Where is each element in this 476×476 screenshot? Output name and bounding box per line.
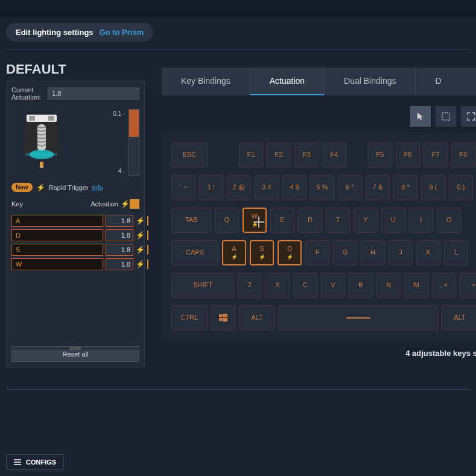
tab-d[interactable]: D — [415, 68, 460, 95]
key-t[interactable]: T — [326, 208, 350, 233]
key-[interactable]: . > — [460, 273, 476, 298]
key-actuation-input[interactable] — [106, 258, 133, 270]
key-name-input[interactable] — [11, 258, 103, 270]
key-v[interactable]: V — [321, 273, 345, 298]
svg-rect-7 — [442, 113, 449, 120]
current-actuation-input[interactable] — [48, 87, 139, 100]
key-j[interactable]: J — [389, 240, 413, 265]
key-space[interactable] — [279, 305, 438, 331]
key-1[interactable]: 1 ! — [199, 175, 223, 200]
key-actuation-row: ⚡ — [11, 258, 139, 270]
key-b[interactable]: B — [349, 273, 373, 298]
selection-status: 4 adjustable keys se — [162, 340, 476, 358]
key-4[interactable]: 4 $ — [282, 175, 306, 200]
app-titlebar — [0, 0, 476, 17]
key-r[interactable]: R — [298, 208, 322, 233]
color-swatch[interactable] — [147, 216, 148, 226]
marquee-tool-button[interactable] — [436, 106, 456, 127]
key-u[interactable]: U — [381, 208, 405, 233]
configs-button[interactable]: CONFIGS — [6, 454, 64, 470]
key-f7[interactable]: F7 — [424, 142, 448, 168]
key-header: Key — [11, 200, 78, 208]
rapid-trigger-label: Rapid Trigger — [49, 184, 89, 191]
key-caps[interactable]: CAPS — [171, 240, 218, 265]
tab-key-bindings[interactable]: Key Bindings — [162, 68, 250, 95]
lighting-label: Edit lighting settings — [16, 28, 94, 37]
key-alt[interactable]: ALT — [239, 305, 275, 331]
key-3[interactable]: 3 # — [255, 175, 279, 200]
key-e[interactable]: E — [270, 208, 294, 233]
key-h[interactable]: H — [361, 240, 385, 265]
key-actuation-input[interactable] — [106, 215, 133, 227]
color-swatch[interactable] — [147, 259, 148, 269]
bolt-icon: ⚡ — [136, 231, 145, 240]
color-swatch[interactable] — [147, 230, 148, 240]
key-[interactable]: ` ~ — [171, 175, 195, 200]
svg-rect-6 — [40, 162, 43, 168]
key-f6[interactable]: F6 — [396, 142, 420, 168]
key-s[interactable]: S⚡ — [250, 240, 274, 265]
tab-actuation[interactable]: Actuation — [250, 68, 324, 95]
key-2[interactable]: 2 @ — [227, 175, 251, 200]
key-l[interactable]: L — [444, 240, 468, 265]
color-swatch[interactable] — [147, 245, 148, 255]
key-esc[interactable]: ESC — [171, 142, 208, 168]
key-n[interactable]: N — [376, 273, 401, 298]
key-q[interactable]: Q — [215, 208, 239, 233]
rapid-trigger-info-link[interactable]: Info — [92, 184, 103, 191]
key-m[interactable]: M — [404, 273, 428, 298]
key-d[interactable]: D⚡ — [278, 240, 302, 265]
key-7[interactable]: 7 & — [366, 175, 390, 200]
key-k[interactable]: K — [416, 240, 440, 265]
key-w[interactable]: W⚡ — [243, 208, 267, 233]
keyboard-view: ESCF1F2F3F4F5F6F7F8` ~1 !2 @3 #4 $5 %6 ^… — [162, 133, 476, 340]
key-name-input[interactable] — [11, 215, 103, 227]
svg-rect-2 — [48, 116, 54, 121]
key-name-input[interactable] — [11, 229, 103, 241]
horizontal-scrollbar[interactable] — [11, 347, 139, 350]
key-actuation-row: ⚡ — [11, 244, 139, 256]
key-f2[interactable]: F2 — [267, 142, 291, 168]
main-panel: Key BindingsActuationDual BindingsD ESCF… — [162, 68, 476, 367]
key-x[interactable]: X — [265, 273, 290, 298]
tab-dual-bindings[interactable]: Dual Bindings — [324, 68, 415, 95]
key-shift[interactable]: SHIFT — [171, 273, 234, 298]
key-win[interactable] — [211, 305, 235, 331]
key-ctrl[interactable]: CTRL — [171, 305, 208, 331]
actuation-gauge[interactable] — [129, 109, 139, 176]
key-g[interactable]: G — [333, 240, 357, 265]
cursor-tool-button[interactable] — [410, 106, 431, 127]
switch-illustration — [11, 109, 72, 176]
key-0[interactable]: 0 ) — [449, 175, 473, 200]
key-f4[interactable]: F4 — [322, 142, 346, 168]
key-actuation-input[interactable] — [106, 229, 133, 241]
key-f5[interactable]: F5 — [368, 142, 392, 168]
select-all-button[interactable] — [461, 106, 476, 127]
key-o[interactable]: O — [437, 208, 461, 233]
color-swatch[interactable] — [130, 199, 139, 209]
key-tab[interactable]: TAB — [171, 208, 211, 233]
key-f[interactable]: F — [305, 240, 329, 265]
key-c[interactable]: C — [293, 273, 317, 298]
key-y[interactable]: Y — [354, 208, 378, 233]
key-9[interactable]: 9 ( — [421, 175, 445, 200]
key-z[interactable]: Z — [238, 273, 262, 298]
key-f3[interactable]: F3 — [294, 142, 319, 168]
key-8[interactable]: 8 * — [393, 175, 417, 200]
key-i[interactable]: I — [409, 208, 433, 233]
key-6[interactable]: 6 ^ — [338, 175, 362, 200]
key-actuation-input[interactable] — [106, 244, 133, 256]
key-actuation-row: ⚡ — [11, 215, 139, 227]
go-to-prism-link[interactable]: Go to Prism — [100, 28, 144, 37]
key-f8[interactable]: F8 — [451, 142, 475, 168]
tab-bar: Key BindingsActuationDual BindingsD — [162, 68, 476, 95]
selection-toolbar — [162, 95, 476, 133]
key-alt[interactable]: ALT — [442, 305, 476, 331]
key-5[interactable]: 5 % — [310, 175, 334, 200]
key-f1[interactable]: F1 — [239, 142, 263, 168]
svg-rect-9 — [223, 314, 227, 317]
key-a[interactable]: A⚡ — [222, 240, 246, 265]
key-name-input[interactable] — [11, 244, 103, 256]
new-badge: New — [11, 183, 33, 192]
key-[interactable]: , < — [432, 273, 456, 298]
